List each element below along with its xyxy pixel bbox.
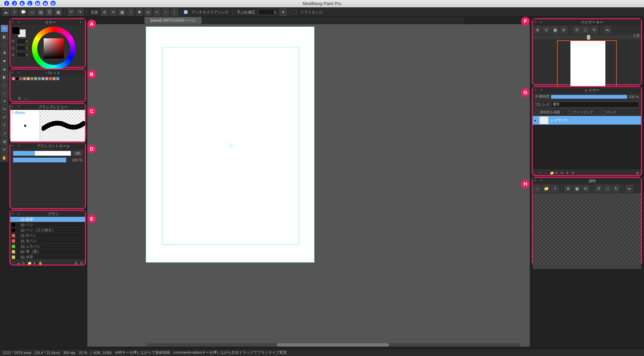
text-tool-icon[interactable]: T <box>1 122 8 129</box>
document-tab[interactable]: [cloud] UNTITLED/8:ページ <box>144 17 202 24</box>
brush-item[interactable]: 15Gペン <box>10 233 85 238</box>
folder-brush-icon[interactable]: 📁 <box>28 261 32 265</box>
dup-brush-icon[interactable]: ⧉ <box>22 261 26 265</box>
palette-swatch[interactable] <box>19 77 23 80</box>
rotation-slider[interactable] <box>533 36 641 39</box>
palette-swatch[interactable] <box>56 77 59 80</box>
ref-zoom-out-icon[interactable]: ⊖ <box>582 185 589 192</box>
eyedrop-tool-icon[interactable]: ✐ <box>1 146 8 153</box>
softedge-check[interactable] <box>293 10 297 14</box>
settings-brush-icon[interactable]: ⚙ <box>80 261 84 265</box>
share-icon[interactable]: ⇪ <box>11 8 18 16</box>
delete-swatch-icon[interactable]: 🗑 <box>18 96 22 101</box>
ref-folder-icon[interactable]: 📁 <box>543 185 550 192</box>
ref-zoom-in-icon[interactable]: ⊕ <box>564 185 572 192</box>
popout-icon[interactable]: ↗ <box>17 144 21 148</box>
popout-icon[interactable]: ↗ <box>540 20 544 24</box>
ref-home-icon[interactable]: ⌂ <box>534 185 541 192</box>
new-color-layer-icon[interactable]: ▪ <box>539 171 543 175</box>
brush-opacity-slider[interactable] <box>13 158 66 162</box>
flip-icon[interactable]: ⇋ <box>604 26 611 34</box>
zoom-actual-icon[interactable]: ⊙ <box>543 26 550 34</box>
foreground-swatch[interactable] <box>12 27 20 35</box>
palette-swatch[interactable] <box>45 77 48 80</box>
ref-flip-icon[interactable]: ⇋ <box>626 185 633 192</box>
canvas-hscrollbar[interactable] <box>146 343 520 347</box>
brush-item[interactable]: 10ペン（入り抜き） <box>10 228 85 233</box>
hand-tool-icon[interactable]: ✋ <box>1 154 8 161</box>
lock-brush-icon[interactable]: 🔒 <box>38 261 42 265</box>
divide-tool-icon[interactable]: ⊞ <box>1 138 8 145</box>
g-input[interactable] <box>16 45 29 51</box>
ruler-vanish-icon[interactable]: ⟨ <box>127 8 134 16</box>
ruler-curve-icon[interactable]: ∿ <box>153 8 161 16</box>
new-8bit-layer-icon[interactable]: ▫ <box>545 171 549 175</box>
clipping-check[interactable]: クリッピング <box>568 110 593 115</box>
palette-swatch[interactable] <box>15 77 19 80</box>
rotate-reset-icon[interactable]: □ <box>582 26 589 34</box>
ruler-more-icon[interactable]: ⋮ <box>171 8 178 16</box>
brush-item[interactable]: 50筆（墨） <box>10 249 85 254</box>
select-pen-tool-icon[interactable]: ✎ <box>1 106 8 113</box>
bucket-tool-icon[interactable]: ⬙ <box>1 65 8 73</box>
select-rect-tool-icon[interactable]: ⬚ <box>1 81 8 89</box>
add-brush-icon[interactable]: ▫ <box>11 261 15 265</box>
palette-swatch[interactable] <box>38 77 41 80</box>
dot-tool-icon[interactable]: ∴ <box>1 41 8 48</box>
zoom-fit-icon[interactable]: ▣ <box>551 26 559 34</box>
wand-tool-icon[interactable]: ✦ <box>1 97 8 105</box>
close-icon[interactable]: × <box>12 105 16 109</box>
rotate-left-icon[interactable]: ↺ <box>573 26 581 34</box>
folder-icon[interactable]: 📁 <box>550 171 554 175</box>
popout-icon[interactable]: ↗ <box>17 212 21 216</box>
blend-select[interactable]: 通常 <box>551 102 639 108</box>
select-erase-tool-icon[interactable]: ✐ <box>1 114 8 121</box>
palette-swatches[interactable] <box>10 76 85 82</box>
download-brush-icon[interactable]: ⬇ <box>33 261 37 265</box>
close-icon[interactable]: × <box>534 179 538 183</box>
brush-size-value[interactable]: 20 <box>73 151 82 156</box>
ruler-off-icon[interactable]: ⊘ <box>101 8 108 16</box>
shake-input[interactable] <box>258 9 278 15</box>
brush-item[interactable]: 10ペン <box>10 222 85 228</box>
zoom-out-icon[interactable]: ⊖ <box>560 26 567 34</box>
color-wheel[interactable] <box>32 27 76 70</box>
palette-swatch[interactable] <box>52 77 56 80</box>
brush-item[interactable]: 10ふちペン <box>10 244 85 249</box>
shake-down-icon[interactable]: ▾ <box>280 8 287 16</box>
clipping-icon[interactable]: ⧉ <box>555 171 559 175</box>
rotate-right-icon[interactable]: ↻ <box>591 26 598 34</box>
new-layer-icon[interactable]: ▫ <box>534 171 538 175</box>
ruler-circle-icon[interactable]: ◎ <box>144 8 152 16</box>
color-swatch-pair[interactable] <box>12 27 27 37</box>
popout-icon[interactable]: ↗ <box>17 71 21 75</box>
canvas-paper[interactable] <box>146 27 314 262</box>
palette-swatch[interactable] <box>23 77 26 80</box>
close-icon[interactable]: × <box>12 71 16 75</box>
layer-item[interactable]: ● レイヤー1 <box>533 116 641 125</box>
palette-swatch[interactable] <box>34 77 37 80</box>
palette-swatch[interactable] <box>41 77 45 80</box>
navigator-thumb[interactable] <box>557 40 617 91</box>
list-icon[interactable]: ☰ <box>46 8 53 16</box>
brush-item[interactable]: 20鉛筆 <box>10 217 85 222</box>
settings-icon[interactable]: ⚙ <box>571 171 575 175</box>
ruler-cross-icon[interactable]: ▦ <box>118 8 126 16</box>
r-input[interactable] <box>16 39 29 44</box>
close-icon[interactable]: × <box>534 88 538 92</box>
close-icon[interactable]: × <box>12 20 16 24</box>
close-icon[interactable]: × <box>534 20 538 24</box>
ref-fit-icon[interactable]: ▣ <box>573 185 581 192</box>
add-swatch-icon[interactable]: ▫ <box>12 96 16 101</box>
opacity-slider[interactable] <box>551 95 627 99</box>
ref-rotate-reset-icon[interactable]: □ <box>604 185 611 192</box>
ruler-parallel-icon[interactable]: ≡ <box>110 8 117 16</box>
gradient-tool-icon[interactable]: ◧ <box>1 73 8 81</box>
canvas-area[interactable] <box>87 24 530 347</box>
select-lasso-tool-icon[interactable]: ◌ <box>1 89 8 97</box>
ref-close-icon[interactable]: × <box>551 185 559 192</box>
ref-rotate-l-icon[interactable]: ↺ <box>595 185 602 192</box>
cloud-icon[interactable]: ☁ <box>2 8 9 16</box>
popout-icon[interactable]: ↗ <box>540 179 544 183</box>
antialias-check[interactable] <box>184 10 188 14</box>
